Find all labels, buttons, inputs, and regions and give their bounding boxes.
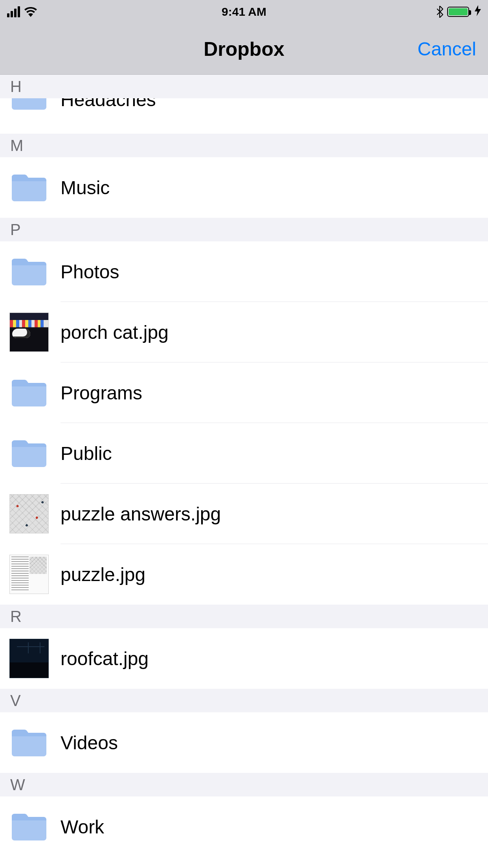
- file-row[interactable]: puzzle answers.jpg: [0, 484, 488, 544]
- folder-icon: [9, 98, 49, 116]
- file-row[interactable]: porch cat.jpg: [0, 302, 488, 362]
- folder-row[interactable]: Work: [0, 796, 488, 857]
- navigation-bar: Dropbox Cancel: [0, 24, 488, 75]
- image-thumbnail: [9, 555, 49, 594]
- item-name: Headaches: [61, 98, 156, 110]
- file-row[interactable]: puzzle.jpg: [0, 544, 488, 605]
- folder-icon: [9, 807, 49, 846]
- folder-row[interactable]: Photos: [0, 241, 488, 302]
- section-header: P: [0, 218, 488, 241]
- charging-icon: [475, 5, 481, 19]
- battery-icon: [447, 7, 469, 17]
- image-thumbnail: [9, 494, 49, 533]
- folder-row[interactable]: Headaches: [0, 98, 488, 134]
- folder-icon: [9, 434, 49, 473]
- folder-row[interactable]: Public: [0, 423, 488, 484]
- item-name: porch cat.jpg: [61, 322, 169, 343]
- image-thumbnail: [9, 313, 49, 352]
- status-time: 9:41 AM: [0, 5, 488, 18]
- item-name: Photos: [61, 261, 119, 283]
- folder-icon: [9, 252, 49, 291]
- folder-row[interactable]: Music: [0, 157, 488, 218]
- page-title: Dropbox: [204, 38, 284, 61]
- folder-row[interactable]: Programs: [0, 362, 488, 423]
- section-header: R: [0, 605, 488, 628]
- folder-icon: [9, 723, 49, 762]
- item-name: Videos: [61, 732, 118, 754]
- wifi-icon: [24, 7, 37, 17]
- item-name: Public: [61, 443, 112, 464]
- section-header: V: [0, 689, 488, 712]
- bluetooth-icon: [436, 6, 443, 18]
- status-bar: 9:41 AM: [0, 0, 488, 24]
- cellular-signal-icon: [7, 6, 20, 17]
- file-list[interactable]: H HeadachesM MusicP Photosporch cat.jpg …: [0, 75, 488, 857]
- folder-icon: [9, 168, 49, 207]
- section-header: W: [0, 773, 488, 796]
- file-row[interactable]: roofcat.jpg: [0, 628, 488, 689]
- item-name: Work: [61, 816, 104, 838]
- folder-icon: [9, 373, 49, 412]
- item-name: puzzle answers.jpg: [61, 503, 221, 525]
- section-header: H: [0, 75, 488, 98]
- folder-row[interactable]: Videos: [0, 712, 488, 773]
- cancel-button[interactable]: Cancel: [418, 24, 476, 74]
- item-name: Music: [61, 177, 110, 199]
- item-name: roofcat.jpg: [61, 648, 149, 669]
- item-name: puzzle.jpg: [61, 564, 145, 585]
- item-name: Programs: [61, 382, 142, 404]
- image-thumbnail: [9, 639, 49, 678]
- section-header: M: [0, 134, 488, 157]
